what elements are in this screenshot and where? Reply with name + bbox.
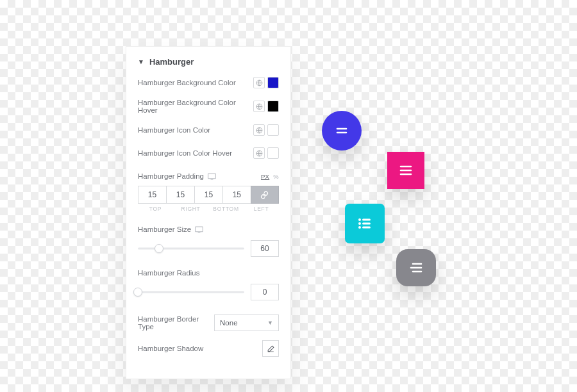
responsive-icon[interactable] [208, 173, 216, 180]
radius-input[interactable] [251, 284, 279, 300]
responsive-icon[interactable] [195, 226, 203, 233]
svg-rect-14 [362, 223, 371, 225]
padding-top-input[interactable] [138, 186, 166, 204]
padding-side-labels: TOP RIGHT BOTTOM LEFT [138, 206, 279, 212]
color-swatch-bg-hover[interactable] [267, 101, 279, 112]
unit-px[interactable]: PX [261, 173, 269, 180]
size-slider[interactable] [138, 243, 244, 254]
label-icon-color-hover: Hamburger Icon Color Hover [138, 149, 232, 157]
settings-panel: ▼ Hamburger Hamburger Background Color H… [126, 46, 291, 379]
globe-icon[interactable] [253, 77, 265, 88]
label-shadow: Hamburger Shadow [138, 345, 203, 352]
label-padding: Hamburger Padding [138, 172, 204, 180]
side-label-bottom: BOTTOM [208, 206, 244, 212]
unit-percent[interactable]: % [273, 173, 279, 180]
chevron-down-icon: ▼ [267, 320, 273, 326]
radius-slider[interactable] [138, 286, 244, 298]
globe-icon[interactable] [253, 124, 265, 136]
row-padding-header: Hamburger Padding PX % [138, 169, 279, 183]
svg-point-11 [358, 218, 361, 221]
preview-hamburger-pill[interactable] [396, 249, 436, 286]
section-toggle-hamburger[interactable]: ▼ Hamburger [138, 57, 279, 67]
row-icon-color-hover: Hamburger Icon Color Hover [138, 146, 279, 160]
side-label-left: LEFT [244, 206, 279, 212]
size-input[interactable] [251, 240, 279, 257]
label-bg-color: Hamburger Background Color [138, 79, 236, 86]
svg-rect-4 [208, 173, 216, 178]
row-border-type: Hamburger Border Type None ▼ [138, 314, 279, 331]
row-shadow: Hamburger Shadow [138, 340, 279, 357]
label-size: Hamburger Size [138, 225, 191, 233]
padding-inputs [138, 186, 279, 204]
section-title: Hamburger [149, 57, 194, 67]
row-icon-color: Hamburger Icon Color [138, 123, 279, 137]
label-border-type: Hamburger Border Type [138, 315, 209, 331]
color-swatch-icon[interactable] [267, 124, 279, 136]
border-type-value: None [220, 319, 238, 327]
border-type-select[interactable]: None ▼ [214, 314, 279, 331]
svg-point-15 [358, 226, 361, 229]
caret-down-icon: ▼ [138, 58, 144, 65]
side-label-top: TOP [138, 206, 173, 212]
row-bg-color: Hamburger Background Color [138, 76, 279, 90]
edit-shadow-button[interactable] [262, 340, 279, 357]
label-bg-color-hover: Hamburger Background Color Hover [138, 99, 248, 114]
radius-control [138, 284, 279, 300]
unit-switch[interactable]: PX % [261, 173, 279, 180]
globe-icon[interactable] [253, 147, 265, 159]
label-icon-color: Hamburger Icon Color [138, 126, 210, 134]
label-radius: Hamburger Radius [138, 269, 200, 277]
preview-hamburger-circle[interactable] [322, 111, 362, 151]
preview-hamburger-rounded[interactable] [345, 204, 385, 243]
preview-hamburger-square[interactable] [387, 152, 424, 189]
svg-rect-16 [362, 227, 371, 229]
svg-point-13 [358, 222, 361, 225]
svg-rect-12 [362, 219, 371, 221]
link-values-button[interactable] [251, 186, 279, 204]
svg-rect-5 [196, 226, 203, 231]
row-radius-header: Hamburger Radius [138, 266, 279, 280]
size-control [138, 240, 279, 257]
padding-bottom-input[interactable] [194, 186, 222, 204]
side-label-right: RIGHT [173, 206, 208, 212]
color-swatch-bg[interactable] [267, 77, 279, 88]
globe-icon[interactable] [253, 101, 265, 112]
row-size-header: Hamburger Size [138, 222, 279, 236]
row-bg-color-hover: Hamburger Background Color Hover [138, 99, 279, 114]
color-swatch-icon-hover[interactable] [267, 147, 279, 159]
padding-right-input[interactable] [166, 186, 194, 204]
padding-left-input[interactable] [222, 186, 251, 204]
